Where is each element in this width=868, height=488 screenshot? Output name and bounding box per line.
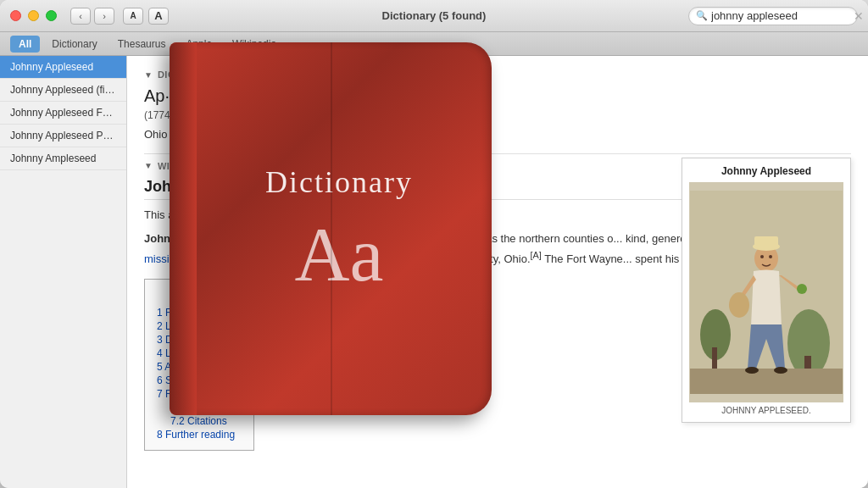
contents-box: Contents 1 Family 2 Life 3 Death 4 Legac… — [144, 279, 254, 451]
nav-buttons: ‹ › — [70, 8, 114, 25]
wiki-link-nurseryman[interactable]: nurseryman — [346, 232, 404, 245]
svg-point-13 — [760, 255, 764, 258]
wiki-footnote-a: [A] — [531, 250, 542, 260]
content-area: ▼ Dictionary Ap·ple·seed, Joh... (1774–1… — [127, 56, 868, 488]
contents-title: Contents — [157, 288, 242, 301]
contents-item-1[interactable]: 1 Family — [157, 306, 242, 319]
contents-item-5[interactable]: 5 Apple cider — [157, 360, 242, 374]
sidebar-item-johnny-appleseed[interactable]: Johnny Appleseed — [0, 56, 126, 79]
dictionary-label: Dictionary — [158, 69, 220, 80]
wiki-link-missionary[interactable]: missionary — [144, 252, 197, 265]
font-size-buttons: A A — [123, 8, 169, 25]
main-area: Johnny Appleseed Johnny Appleseed (film)… — [0, 56, 868, 488]
search-icon: 🔍 — [696, 10, 708, 21]
wikipedia-arrow[interactable]: ▼ — [144, 161, 153, 170]
tab-wikipedia[interactable]: Wikipedia — [224, 36, 285, 53]
traffic-lights — [10, 10, 57, 21]
sidebar-item-park[interactable]: Johnny Appleseed Park — [0, 125, 126, 147]
maximize-button[interactable] — [46, 10, 57, 21]
back-button[interactable]: ‹ — [70, 8, 91, 25]
window-title: Dictionary (5 found) — [382, 9, 487, 22]
dictionary-section-header: ▼ Dictionary — [144, 69, 851, 80]
sidebar-item-festival[interactable]: Johnny Appleseed Fes... — [0, 102, 126, 125]
dict-headword: Ap·ple·seed, Joh... — [144, 86, 851, 106]
close-button[interactable] — [10, 10, 21, 21]
appleseed-illustration — [690, 191, 843, 394]
svg-rect-5 — [690, 369, 843, 394]
tabbar: All Dictionary Thesaurus Apple Wikipedia — [0, 32, 868, 56]
dict-description: Ohio and Indiana planting and caring for… — [144, 126, 851, 143]
dict-meta: (1774–1845), US folk her... — [144, 109, 851, 121]
sidebar-item-ampleseed[interactable]: Johnny Ampleseed — [0, 147, 126, 170]
section-divider — [144, 153, 851, 154]
font-decrease-button[interactable]: A — [123, 8, 143, 25]
titlebar: ‹ › A A Dictionary (5 found) 🔍 ✕ — [0, 0, 868, 32]
forward-button[interactable]: › — [94, 8, 114, 25]
svg-rect-8 — [754, 236, 778, 248]
contents-item-3[interactable]: 3 Death — [157, 333, 242, 347]
contents-item-8[interactable]: 8 Further reading — [157, 428, 242, 441]
image-caption: JOHNNY APPLESEED. — [689, 406, 843, 415]
svg-point-9 — [745, 367, 759, 374]
tab-all[interactable]: All — [10, 36, 40, 53]
minimize-button[interactable] — [28, 10, 39, 21]
sidebar-item-film[interactable]: Johnny Appleseed (film) — [0, 79, 126, 102]
wiki-link-new-church[interactable]: The New Chur... — [215, 252, 295, 265]
svg-point-12 — [729, 292, 749, 318]
dictionary-arrow[interactable]: ▼ — [144, 70, 153, 80]
tab-thesaurus[interactable]: Thesaurus — [109, 36, 175, 53]
app-window: ‹ › A A Dictionary (5 found) 🔍 ✕ All Dic… — [0, 0, 868, 488]
tab-dictionary[interactable]: Dictionary — [43, 36, 105, 53]
wiki-person-name: John Chapman — [144, 232, 224, 245]
contents-item-2[interactable]: 2 Life — [157, 319, 242, 333]
image-panel: Johnny Appleseed — [682, 158, 851, 423]
search-clear-button[interactable]: ✕ — [854, 9, 864, 23]
wikipedia-label: Wikipedia — [158, 161, 211, 171]
contents-item-4[interactable]: 4 Legacy — [157, 347, 242, 360]
contents-item-7-1[interactable]: 7.1 Notes — [157, 401, 242, 414]
image-illustration — [689, 182, 843, 402]
dictionary-entry: Ap·ple·seed, Joh... (1774–1845), US folk… — [144, 86, 851, 143]
sidebar: Johnny Appleseed Johnny Appleseed (film)… — [0, 56, 127, 488]
svg-point-14 — [769, 255, 772, 258]
tab-apple[interactable]: Apple — [177, 36, 220, 53]
contents-item-7-2[interactable]: 7.2 Citations — [157, 414, 242, 428]
search-input[interactable] — [711, 9, 854, 22]
image-panel-title: Johnny Appleseed — [689, 165, 843, 177]
search-box[interactable]: 🔍 ✕ — [688, 7, 858, 25]
svg-point-11 — [797, 284, 807, 294]
contents-item-7[interactable]: 7 References — [157, 387, 242, 401]
svg-point-10 — [774, 367, 787, 374]
contents-item-6[interactable]: 6 See also — [157, 374, 242, 387]
font-increase-button[interactable]: A — [148, 8, 169, 25]
